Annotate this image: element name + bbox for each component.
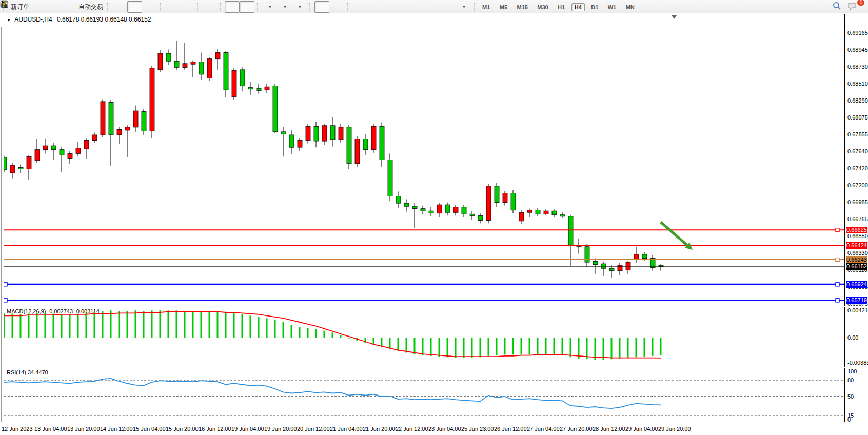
templates-button[interactable]: ▼	[292, 1, 307, 13]
candle	[174, 61, 179, 67]
timeframe-d1-button[interactable]: D1	[588, 3, 601, 11]
timeframe-m1-button[interactable]: M1	[479, 3, 493, 11]
mt4-terminal-window: 新订单 自动交易	[0, 0, 868, 435]
trendline-tool-button[interactable]	[382, 1, 397, 13]
candle	[240, 70, 245, 86]
signals-button[interactable]	[61, 1, 75, 13]
chart-shift-marker[interactable]	[672, 15, 677, 19]
indicators-button[interactable]: ▼	[262, 1, 277, 13]
line-handle[interactable]	[4, 299, 7, 302]
chart-canvas[interactable]	[0, 13, 868, 435]
timeframe-m30-button[interactable]: M30	[534, 3, 551, 11]
timeframe-mn-button[interactable]: MN	[623, 3, 638, 11]
rsi-axis-tick: 50	[847, 393, 854, 400]
zoom-out-button[interactable]	[180, 1, 194, 13]
timeframe-w1-button[interactable]: W1	[605, 3, 620, 11]
candle	[207, 59, 212, 78]
candle	[421, 209, 425, 211]
equidistant-channel-tool-button[interactable]: E	[397, 1, 411, 13]
candle	[560, 215, 565, 216]
time-axis-label: 14 Jun 12:00	[100, 426, 133, 432]
time-axis-label: 29 Jun 20:00	[658, 426, 691, 432]
candle	[18, 168, 23, 169]
text-label-tool-button[interactable]: T	[441, 1, 456, 13]
candle	[257, 88, 261, 91]
line-handle[interactable]	[4, 283, 7, 286]
price-axis-tick: 0.66765	[847, 216, 868, 222]
timeframe-m15-button[interactable]: M15	[514, 3, 530, 11]
candle	[306, 126, 310, 140]
time-axis-label: 19 Jun 04:00	[231, 426, 264, 432]
time-axis-label: 19 Jun 20:00	[264, 426, 297, 432]
time-axis[interactable]: 12 Jun 202313 Jun 04:0013 Jun 20:0014 Ju…	[0, 422, 868, 435]
line-handle[interactable]	[836, 258, 839, 262]
time-axis-label: 20 Jun 12:00	[297, 426, 330, 432]
time-axis-label: 15 Jun 20:00	[166, 426, 199, 432]
line-handle[interactable]	[836, 299, 839, 302]
time-axis-label: 21 Jun 20:00	[363, 426, 396, 432]
price-axis-tick: 0.67855	[847, 131, 868, 137]
arrows-tool-button[interactable]: ▼	[456, 1, 471, 13]
toolbar-grip	[309, 3, 313, 11]
line-handle[interactable]	[836, 283, 839, 286]
dropdown-caret-icon: ▼	[268, 5, 272, 9]
new-order-button[interactable]: 新订单	[8, 1, 31, 13]
rsi-axis-tick: 100	[847, 368, 857, 374]
annotation-arrow[interactable]	[661, 222, 687, 245]
vertical-line-tool-button[interactable]	[352, 1, 367, 13]
auto-scroll-button[interactable]	[225, 1, 240, 13]
timeframe-h1-button[interactable]: H1	[555, 3, 568, 11]
candle	[322, 126, 327, 141]
search-icon	[832, 1, 841, 10]
community-button[interactable]	[46, 1, 61, 13]
chat-button[interactable]: 1	[847, 1, 862, 13]
gold-button[interactable]	[31, 1, 46, 13]
candle	[133, 111, 138, 127]
candle	[527, 210, 532, 213]
zoom-in-button[interactable]	[165, 1, 180, 13]
bar-chart-button[interactable]	[112, 1, 127, 13]
candle	[609, 268, 614, 271]
search-button[interactable]	[832, 1, 847, 13]
candle	[265, 87, 269, 90]
cursor-tool-button[interactable]	[314, 1, 329, 13]
candle	[101, 102, 105, 135]
fibonacci-tool-button[interactable]: F	[411, 1, 426, 13]
time-axis-label: 22 Jun 12:00	[396, 426, 428, 432]
timeframe-h4-button[interactable]: H4	[571, 3, 585, 11]
autotrading-button[interactable]: 自动交易	[75, 1, 105, 13]
horizontal-line-tool-button[interactable]	[367, 1, 382, 13]
time-axis-label: 15 Jun 04:00	[133, 426, 166, 432]
price-axis[interactable]: 0.691650.689450.687300.685100.682900.680…	[845, 13, 868, 435]
candle	[125, 127, 130, 130]
candle	[232, 70, 236, 96]
time-axis-label: 26 Jun 12:00	[494, 426, 527, 432]
candle	[404, 203, 409, 206]
toolbar-right-group: 1	[832, 1, 865, 13]
candle	[642, 254, 647, 259]
line-handle[interactable]	[836, 228, 839, 232]
timeframe-group: M1 M5 M15 M30 H1 H4 D1 W1 MN	[479, 2, 638, 11]
arrows-icon	[0, 0, 8, 8]
candlestick-chart-button[interactable]	[127, 1, 142, 13]
candle	[659, 265, 663, 267]
candle	[511, 193, 516, 210]
candle	[248, 88, 253, 89]
line-price-label: 0.66243	[846, 256, 867, 263]
crosshair-tool-button[interactable]	[329, 1, 344, 13]
chart-shift-button[interactable]	[240, 1, 254, 13]
line-chart-button[interactable]	[142, 1, 157, 13]
candle	[453, 207, 458, 213]
time-axis-label: 28 Jun 12:00	[593, 426, 625, 432]
toolbar-grip	[220, 3, 223, 11]
candle	[626, 262, 630, 270]
candle	[281, 132, 286, 134]
price-axis-tick: 0.66330	[847, 250, 868, 256]
price-axis-tick: 0.68075	[847, 114, 868, 121]
text-tool-button[interactable]: A	[426, 1, 441, 13]
candle	[166, 53, 171, 61]
candle	[60, 150, 64, 155]
tile-windows-button[interactable]	[202, 1, 217, 13]
periods-button[interactable]: ▼	[277, 1, 292, 13]
timeframe-m5-button[interactable]: M5	[497, 3, 510, 11]
